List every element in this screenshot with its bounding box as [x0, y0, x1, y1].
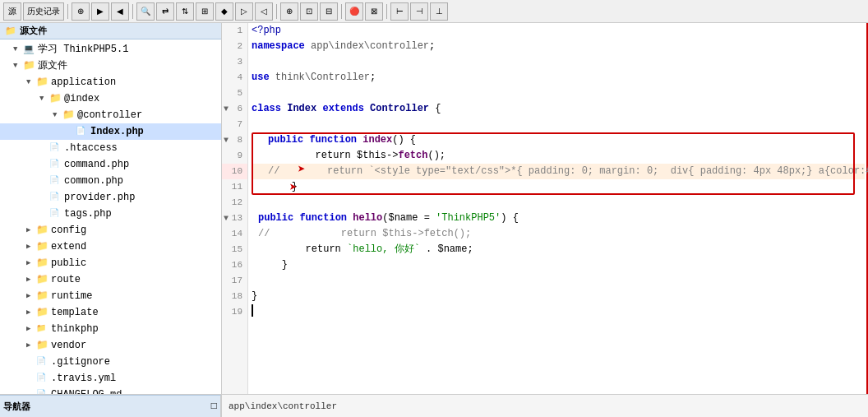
tree-item-index[interactable]: ▼ 📁 @index [0, 90, 221, 107]
toolbar-btn-10[interactable]: ◁ [255, 2, 273, 21]
tree-item-config[interactable]: ▶ 📁 config [0, 222, 221, 239]
toolbar-btn-15[interactable]: ⊠ [365, 2, 383, 21]
toolbar-btn-7[interactable]: ⊞ [196, 2, 214, 21]
folder-icon: 📁 [23, 58, 36, 73]
toolbar-btn-16[interactable]: ⊢ [390, 2, 409, 21]
provider-label: provider.php [64, 190, 135, 205]
toggle-template[interactable]: ▶ [26, 305, 36, 320]
folder-icon: 📁 [36, 338, 49, 353]
toggle-extend[interactable]: ▶ [26, 239, 36, 254]
sidebar-title-icon: 📁 [5, 25, 16, 36]
toggle-route[interactable]: ▶ [26, 272, 36, 287]
line-num-2: 2 [222, 39, 247, 54]
tree-item-thinkphp[interactable]: ▶ 📁 thinkphp [0, 321, 221, 337]
config-label: config [51, 223, 86, 238]
code-content[interactable]: ➤ ➤ <?php namespace app\index\controller… [248, 23, 868, 394]
sidebar-title: 📁 源文件 [0, 23, 221, 39]
tree-item-route[interactable]: ▶ 📁 route [0, 271, 221, 288]
toolbar-btn-12[interactable]: ⊡ [300, 2, 318, 21]
php-file-icon: 📄 [49, 206, 62, 221]
route-label: route [51, 272, 81, 287]
line-num-18: 18 [222, 289, 247, 304]
tree-item-gitignore[interactable]: 📄 .gitignore [0, 354, 221, 370]
editor-area: 1 2 3 4 5 ▼6 7 ▼8 9 10 11 12 ▼13 14 15 1… [222, 23, 868, 394]
thinkphp-icon: 📁 [36, 322, 49, 336]
tree-item-provider[interactable]: 📄 provider.php [0, 189, 221, 206]
nav-bottom-panel: 导航器 □ [0, 395, 222, 417]
toolbar-btn-2[interactable]: ▶ [91, 2, 109, 21]
folder-icon: 📁 [36, 239, 49, 254]
toggle-application[interactable]: ▼ [26, 75, 36, 90]
tree-item-common[interactable]: 📄 common.php [0, 173, 221, 189]
toolbar-btn-8[interactable]: ◆ [215, 2, 233, 21]
common-label: common.php [64, 174, 123, 188]
toolbar-btn-1[interactable]: ⊕ [72, 2, 90, 21]
tree-item-changelog[interactable]: 📄 CHANGELOG.md [0, 387, 221, 394]
code-line-13: public function hello($name = 'ThinkPHP5… [252, 211, 865, 226]
tree-item-controller[interactable]: ▼ 📁 @controller [0, 107, 221, 123]
toolbar-btn-5[interactable]: ⇄ [156, 2, 174, 21]
file-tree: ▼ 💻 学习 ThinkPHP5.1 ▼ 📁 源文件 ▼ 📁 applicati… [0, 39, 221, 394]
toggle-yuanwenjian[interactable]: ▼ [13, 58, 23, 73]
toggle-config[interactable]: ▶ [26, 223, 36, 238]
tree-item-indexphp[interactable]: 📄 Index.php [0, 123, 221, 140]
toolbar-btn-6[interactable]: ⇅ [176, 2, 194, 21]
command-label: command.php [64, 157, 129, 172]
toggle-root[interactable]: ▼ [13, 42, 23, 57]
tree-item-yuanwenjian[interactable]: ▼ 📁 源文件 [0, 58, 221, 74]
line-num-19: 19 [222, 304, 247, 320]
gitignore-label: .gitignore [51, 354, 110, 369]
htaccess-icon: 📄 [49, 141, 62, 155]
toggle-controller[interactable]: ▼ [53, 108, 62, 123]
tree-item-htaccess[interactable]: 📄 .htaccess [0, 140, 221, 156]
toggle-index[interactable]: ▼ [39, 91, 49, 106]
tree-item-tags[interactable]: 📄 tags.php [0, 206, 221, 222]
tree-item-public[interactable]: ▶ 📁 public [0, 255, 221, 271]
tree-item-travis[interactable]: 📄 .travis.yml [0, 370, 221, 387]
code-line-4: use think\Controller; [252, 70, 865, 86]
toolbar-separator-1 [67, 4, 68, 19]
tree-item-command[interactable]: 📄 command.php [0, 156, 221, 173]
toggle-runtime[interactable]: ▶ [26, 289, 36, 303]
toggle-public[interactable]: ▶ [26, 256, 36, 271]
code-line-8: public function index() { [252, 132, 865, 148]
code-line-19 [252, 304, 865, 320]
toggle-vendor[interactable]: ▶ [26, 338, 36, 353]
toolbar-btn-18[interactable]: ⊥ [430, 2, 448, 21]
public-label: public [51, 256, 86, 271]
line-num-14: 14 [222, 226, 247, 242]
application-label: application [51, 75, 116, 90]
php-file-icon: 📄 [49, 157, 62, 172]
history-button[interactable]: 历史记录 [23, 2, 64, 21]
file-icon: 📄 [36, 354, 49, 369]
tree-item-root[interactable]: ▼ 💻 学习 ThinkPHP5.1 [0, 41, 221, 58]
code-line-14: // return $this->fetch(); [252, 226, 865, 242]
template-label: template [51, 305, 99, 320]
nav-toggle[interactable]: □ [211, 401, 217, 412]
line-num-15: 15 [222, 242, 247, 257]
toggle-thinkphp[interactable]: ▶ [26, 322, 36, 336]
code-line-16: } [252, 257, 865, 273]
toolbar-btn-11[interactable]: ⊕ [280, 2, 298, 21]
tree-item-vendor[interactable]: ▶ 📁 vendor [0, 337, 221, 354]
extend-label: extend [51, 239, 86, 254]
folder-icon: 📁 [36, 256, 49, 271]
folder-icon: 📁 [36, 305, 49, 320]
toolbar-btn-3[interactable]: ◀ [111, 2, 129, 21]
code-line-7 [252, 117, 865, 132]
tree-item-extend[interactable]: ▶ 📁 extend [0, 239, 221, 255]
folder-icon: 📁 [36, 75, 49, 90]
code-editor: 1 2 3 4 5 ▼6 7 ▼8 9 10 11 12 ▼13 14 15 1… [222, 23, 868, 394]
toolbar-btn-9[interactable]: ▷ [235, 2, 253, 21]
php-file-icon: 📄 [49, 190, 62, 205]
source-button[interactable]: 源 [3, 2, 21, 21]
toolbar-btn-17[interactable]: ⊣ [410, 2, 428, 21]
tree-item-runtime[interactable]: ▶ 📁 runtime [0, 288, 221, 304]
toolbar-btn-4[interactable]: 🔍 [136, 2, 155, 21]
toolbar-btn-14[interactable]: 🔴 [345, 2, 363, 21]
tree-item-application[interactable]: ▼ 📁 application [0, 74, 221, 90]
tree-item-template[interactable]: ▶ 📁 template [0, 304, 221, 321]
status-path-text: app\index\controller [229, 401, 337, 411]
yuanwenjian-label: 源文件 [38, 58, 67, 73]
toolbar-btn-13[interactable]: ⊟ [320, 2, 338, 21]
